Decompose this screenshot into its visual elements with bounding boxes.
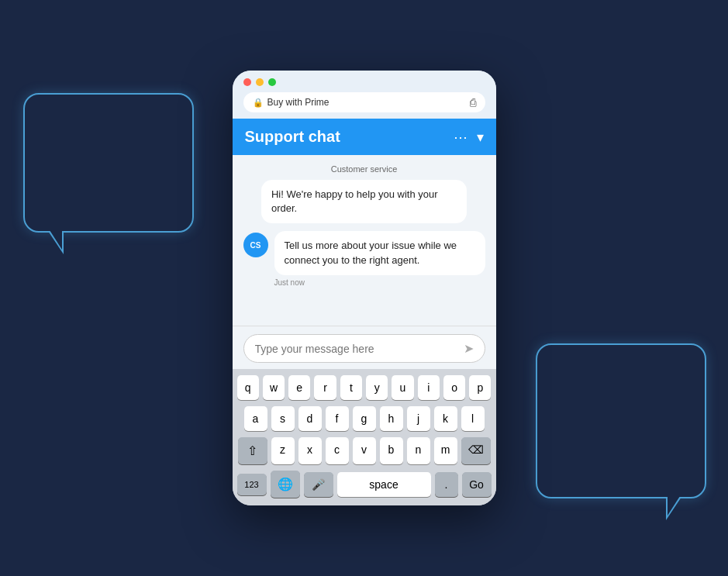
message-input-area: ➤ <box>233 326 496 369</box>
message-text-1: Hi! We're happy to help you with your or… <box>271 188 438 214</box>
dot-yellow[interactable] <box>256 78 264 86</box>
key-y[interactable]: y <box>366 375 388 400</box>
key-x[interactable]: x <box>298 437 322 464</box>
message-timestamp: Just now <box>274 278 485 287</box>
message-bubble-2: Tell us more about your issue while we c… <box>274 231 485 274</box>
key-d[interactable]: d <box>298 406 322 431</box>
message-input[interactable] <box>255 343 457 355</box>
share-icon[interactable]: ⎙ <box>470 96 476 109</box>
browser-dots <box>243 78 485 86</box>
chat-body: Customer service Hi! We're happy to help… <box>233 155 496 326</box>
lock-icon: 🔒 <box>253 98 264 108</box>
key-c[interactable]: c <box>326 437 349 464</box>
key-t[interactable]: t <box>340 375 362 400</box>
key-n[interactable]: n <box>407 437 430 464</box>
key-w[interactable]: w <box>263 375 285 400</box>
key-e[interactable]: e <box>288 375 310 400</box>
key-f[interactable]: f <box>326 406 349 431</box>
avatar-cs: CS <box>243 233 268 257</box>
key-p[interactable]: p <box>469 375 491 400</box>
browser-bar: 🔒 Buy with Prime ⎙ <box>233 71 496 119</box>
key-l[interactable]: l <box>461 406 485 431</box>
key-u[interactable]: u <box>392 375 413 400</box>
address-bar[interactable]: 🔒 Buy with Prime ⎙ <box>243 92 485 112</box>
keyboard-bottom-row: 123 🌐 🎤 space . Go <box>237 471 492 498</box>
key-g[interactable]: g <box>353 406 376 431</box>
period-key[interactable]: . <box>435 472 458 497</box>
dot-green[interactable] <box>268 78 276 86</box>
keyboard-row-1: q w e r t y u i o p <box>237 375 492 400</box>
chevron-down-icon[interactable]: ▾ <box>477 129 484 146</box>
key-q[interactable]: q <box>237 375 259 400</box>
key-j[interactable]: j <box>407 406 430 431</box>
key-i[interactable]: i <box>418 375 440 400</box>
phone-mockup: 🔒 Buy with Prime ⎙ Support chat ⋯ ▾ Cust… <box>233 71 496 505</box>
chat-header-icons: ⋯ ▾ <box>454 129 484 146</box>
keyboard-row-2: a s d f g h j k l <box>237 406 492 431</box>
key-o[interactable]: o <box>443 375 465 400</box>
dot-red[interactable] <box>243 78 251 86</box>
customer-service-label: Customer service <box>243 164 485 174</box>
key-123[interactable]: 123 <box>237 474 267 495</box>
chat-title: Support chat <box>245 128 340 146</box>
key-s[interactable]: s <box>271 406 295 431</box>
speech-bubble-right <box>536 343 706 498</box>
message-text-2: Tell us more about your issue while we c… <box>285 240 457 265</box>
message-input-row[interactable]: ➤ <box>243 334 485 363</box>
globe-key[interactable]: 🌐 <box>271 471 300 498</box>
key-r[interactable]: r <box>314 375 336 400</box>
mic-key[interactable]: 🎤 <box>304 472 333 497</box>
address-content: 🔒 Buy with Prime <box>253 97 329 108</box>
key-k[interactable]: k <box>434 406 457 431</box>
keyboard: q w e r t y u i o p a s d f g h j k l ⇧ … <box>233 369 496 505</box>
key-a[interactable]: a <box>244 406 267 431</box>
shift-key[interactable]: ⇧ <box>238 437 267 464</box>
go-key[interactable]: Go <box>462 472 492 497</box>
keyboard-row-3: ⇧ z x c v b n m ⌫ <box>237 437 492 464</box>
backspace-key[interactable]: ⌫ <box>461 437 491 464</box>
speech-bubble-left <box>23 93 194 233</box>
address-text: Buy with Prime <box>267 97 329 108</box>
chat-header: Support chat ⋯ ▾ <box>233 119 496 155</box>
key-z[interactable]: z <box>271 437 295 464</box>
space-key[interactable]: space <box>337 472 431 497</box>
message-bubble-1: Hi! We're happy to help you with your or… <box>261 180 467 223</box>
key-h[interactable]: h <box>380 406 403 431</box>
key-b[interactable]: b <box>380 437 403 464</box>
avatar-label: CS <box>250 241 261 250</box>
key-m[interactable]: m <box>434 437 457 464</box>
send-icon[interactable]: ➤ <box>464 341 474 356</box>
key-v[interactable]: v <box>353 437 376 464</box>
more-options-icon[interactable]: ⋯ <box>454 129 468 146</box>
message-with-avatar: CS Tell us more about your issue while w… <box>243 231 485 274</box>
